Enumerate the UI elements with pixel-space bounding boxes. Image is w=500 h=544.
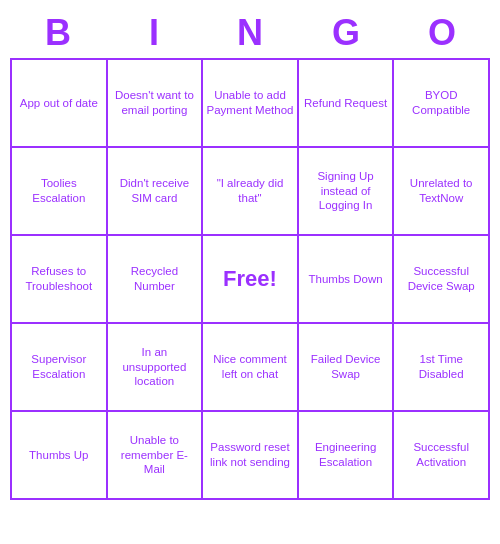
bingo-cell-18[interactable]: Failed Device Swap — [299, 324, 395, 412]
header-letter: I — [106, 8, 202, 58]
header-letter: O — [394, 8, 490, 58]
bingo-cell-17[interactable]: Nice comment left on chat — [203, 324, 299, 412]
bingo-cell-1[interactable]: Doesn't want to email porting — [108, 60, 204, 148]
bingo-cell-20[interactable]: Thumbs Up — [12, 412, 108, 500]
bingo-cell-9[interactable]: Unrelated to TextNow — [394, 148, 490, 236]
bingo-cell-4[interactable]: BYOD Compatible — [394, 60, 490, 148]
bingo-cell-11[interactable]: Recycled Number — [108, 236, 204, 324]
header-letter: B — [10, 8, 106, 58]
bingo-cell-14[interactable]: Successful Device Swap — [394, 236, 490, 324]
bingo-grid: App out of dateDoesn't want to email por… — [10, 58, 490, 500]
bingo-cell-10[interactable]: Refuses to Troubleshoot — [12, 236, 108, 324]
bingo-cell-21[interactable]: Unable to remember E-Mail — [108, 412, 204, 500]
bingo-cell-8[interactable]: Signing Up instead of Logging In — [299, 148, 395, 236]
bingo-cell-22[interactable]: Password reset link not sending — [203, 412, 299, 500]
bingo-cell-12[interactable]: Free! — [203, 236, 299, 324]
bingo-cell-19[interactable]: 1st Time Disabled — [394, 324, 490, 412]
bingo-cell-2[interactable]: Unable to add Payment Method — [203, 60, 299, 148]
header-letter: G — [298, 8, 394, 58]
bingo-cell-15[interactable]: Supervisor Escalation — [12, 324, 108, 412]
bingo-cell-16[interactable]: In an unsupported location — [108, 324, 204, 412]
bingo-cell-7[interactable]: "I already did that" — [203, 148, 299, 236]
bingo-cell-24[interactable]: Successful Activation — [394, 412, 490, 500]
bingo-cell-0[interactable]: App out of date — [12, 60, 108, 148]
bingo-cell-13[interactable]: Thumbs Down — [299, 236, 395, 324]
bingo-cell-3[interactable]: Refund Request — [299, 60, 395, 148]
bingo-header: BINGO — [10, 8, 490, 58]
bingo-cell-23[interactable]: Engineering Escalation — [299, 412, 395, 500]
bingo-cell-5[interactable]: Toolies Escalation — [12, 148, 108, 236]
header-letter: N — [202, 8, 298, 58]
bingo-cell-6[interactable]: Didn't receive SIM card — [108, 148, 204, 236]
bingo-card: BINGO App out of dateDoesn't want to ema… — [10, 8, 490, 500]
